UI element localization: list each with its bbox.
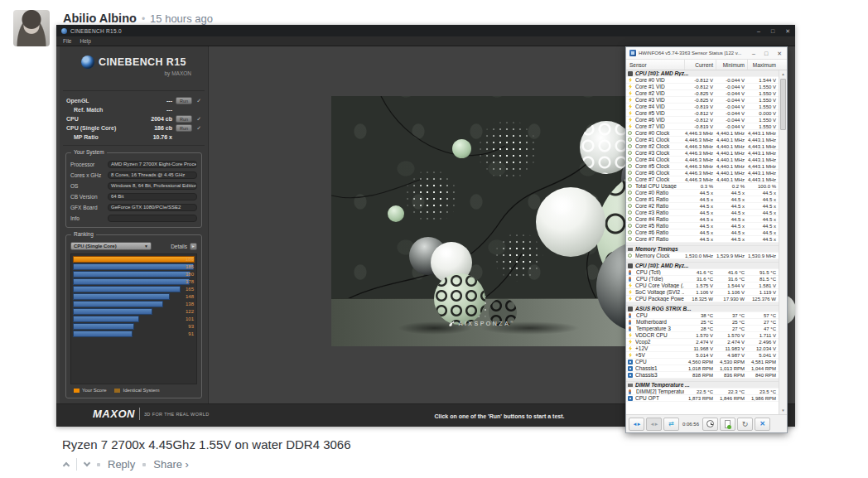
sensor-row-motherboard[interactable]: Motherboard25 °C25 °C27 °C xyxy=(626,319,779,326)
maximize-icon[interactable]: □ xyxy=(764,51,768,56)
scrollbar[interactable]: ▲ ▼ xyxy=(779,70,787,414)
maximize-icon[interactable]: □ xyxy=(771,28,774,34)
sensor-row-core-6-ratio[interactable]: Core #6 Ratio44.5 x44.5 x44.5 x xyxy=(626,229,779,236)
upvote-button[interactable] xyxy=(63,462,70,469)
system-field-cores-x-ghz[interactable]: 8 Cores, 16 Threads @ 4.45 GHz xyxy=(108,171,197,179)
system-field-info[interactable] xyxy=(108,215,197,222)
system-field-os[interactable]: Windows 8, 64 Bit, Professional Edition … xyxy=(108,182,197,190)
sensor-row-chassis3[interactable]: Chassis3838 RPM836 RPM840 RPM xyxy=(626,372,779,379)
sensor-row-total-cpu-usage[interactable]: Total CPU Usage0.3 %0.2 %100.0 % xyxy=(626,183,779,190)
column-sensor[interactable]: Sensor xyxy=(626,60,684,70)
sensor-row-core-1-clock[interactable]: Core #1 Clock4,446.3 MHz4,440.1 MHz4,443… xyxy=(626,137,779,143)
close-icon[interactable]: ✕ xyxy=(785,28,790,34)
sensor-section-asus-rog-strix-b[interactable]: ASUS ROG STRIX B... xyxy=(626,306,779,312)
sensor-row-core-2-clock[interactable]: Core #2 Clock4,446.3 MHz4,440.1 MHz4,443… xyxy=(626,143,779,150)
post-timestamp[interactable]: 15 hours ago xyxy=(150,12,213,25)
sensor-section-memory-timings[interactable]: Memory Timings xyxy=(626,246,779,253)
sensor-row-core-2-ratio[interactable]: Core #2 Ratio44.5 x44.5 x44.5 x xyxy=(626,203,779,210)
sensor-row-vcop2[interactable]: Vcop22.474 V2.474 V2.496 V xyxy=(626,339,779,345)
sensor-row-dimm-2-temperature[interactable]: DIMM[2] Temperature22.5 °C22.3 °C23.5 °C xyxy=(626,389,779,395)
sensor-row-memory-clock[interactable]: Memory Clock1,530.0 MHz1,529.9 MHz1,530.… xyxy=(626,253,779,259)
run-button-opengl[interactable]: Run xyxy=(176,97,192,104)
sensor-row-soc-voltage-svi2[interactable]: SoC Voltage (SVI2 ...1.106 V1.106 V1.119… xyxy=(626,289,779,296)
sensor-row-cpu[interactable]: CPU38 °C37 °C57 °C xyxy=(626,312,779,319)
sensor-row-core-2-vid[interactable]: Core #2 VID-0.825 V-0.044 V1.550 V xyxy=(626,90,779,97)
logging-button[interactable] xyxy=(720,418,735,431)
sensor-row-core-1-vid[interactable]: Core #1 VID-0.812 V-0.044 V1.550 V xyxy=(626,84,779,90)
sensor-row-core-3-vid[interactable]: Core #3 VID-0.825 V-0.044 V1.550 V xyxy=(626,97,779,104)
sensor-row-chassis1[interactable]: Chassis11,018 RPM1,013 RPM1,044 RPM xyxy=(626,365,779,372)
ranking-row[interactable]: 9. 4C/8T @ 2.79 GHz, Intel Core i7-3840Q… xyxy=(73,316,195,322)
minimize-icon[interactable]: – xyxy=(752,51,755,56)
sensor-section-dimm-temperature[interactable]: DIMM Temperature ... xyxy=(626,382,779,389)
sensor-row-core-0-clock[interactable]: Core #0 Clock4,446.3 MHz4,440.1 MHz4,443… xyxy=(626,130,779,137)
sensor-row-core-4-clock[interactable]: Core #4 Clock4,446.3 MHz4,440.1 MHz4,443… xyxy=(626,157,779,163)
ranking-row[interactable]: 8. 4C/8T @ 2.60 GHz, Intel Core i7-3720Q… xyxy=(73,308,195,315)
ranking-row[interactable]: 11. 2C/4T @ 1.70 GHz, Intel Core i5-3317… xyxy=(73,331,195,337)
ranking-row[interactable]: 6. 8C/12T @ 3.30 GHz, Intel Core i7-3930… xyxy=(73,293,195,300)
sensor-section-cpu-0-amd-ryz[interactable]: CPU [#0]: AMD Ryz... xyxy=(626,70,779,77)
sensor-section-cpu-0-amd-ryz[interactable]: CPU [#0]: AMD Ryz... xyxy=(626,263,779,269)
sensor-row-cpu-tdie[interactable]: CPU (Tdie)31.6 °C31.6 °C81.5 °C xyxy=(626,276,779,282)
author-name[interactable]: Abilio Albino xyxy=(63,12,137,25)
downvote-button[interactable] xyxy=(84,460,90,466)
reply-link[interactable]: Reply xyxy=(108,458,135,471)
ranking-row[interactable]: 10. 12C/24T @ 2.66 GHz, Intel Xeon CPU X… xyxy=(73,323,195,330)
sensors-refresh-button[interactable]: ⇄ xyxy=(663,418,679,431)
reset-values-button[interactable]: ↻ xyxy=(737,418,753,431)
sensor-row-core-5-ratio[interactable]: Core #5 Ratio44.5 x44.5 x44.5 x xyxy=(626,223,779,229)
sensor-row-vddcr-cpu[interactable]: VDDCR CPU1.570 V1.570 V1.711 V xyxy=(626,332,779,339)
sensor-row-core-7-ratio[interactable]: Core #7 Ratio44.5 x44.5 x44.5 x xyxy=(626,236,779,243)
run-button-cpu-single-core[interactable]: Run xyxy=(176,124,192,132)
details-button[interactable]: ▸ xyxy=(190,243,197,250)
sensor-row-5v[interactable]: +5V5.014 V4.987 V5.041 V xyxy=(626,352,779,359)
column-minimum[interactable]: Minimum xyxy=(716,60,747,70)
cinebench-titlebar[interactable]: CINEBENCH R15.0 – □ ✕ xyxy=(56,25,795,36)
avatar[interactable] xyxy=(13,10,50,46)
scroll-down-icon[interactable]: ▼ xyxy=(779,407,787,414)
hwinfo-titlebar[interactable]: HWiNFO64 v5.74-3363 Sensor Status [122 v… xyxy=(626,47,787,60)
sensor-row-cpu-tctl[interactable]: CPU (Tctl)41.6 °C41.6 °C91.5 °C xyxy=(626,269,779,276)
menu-item-help[interactable]: Help xyxy=(80,38,90,44)
column-maximum[interactable]: Maximum xyxy=(747,60,779,70)
ranking-row[interactable]: 1. 8C/16T @ 4.45 GHz, AMD Ryzen 7 2700X … xyxy=(73,256,195,263)
scrollbar-thumb[interactable] xyxy=(780,79,786,130)
close-icon[interactable]: ✕ xyxy=(777,51,782,56)
sensor-row-core-7-vid[interactable]: Core #7 VID-0.819 V-0.044 V1.550 V xyxy=(626,123,779,130)
ranking-row[interactable]: 3. 8C/16T @ 4.30 GHz, AMD Ryzen 7 2700X … xyxy=(73,271,195,278)
system-field-gfx-board[interactable]: GeForce GTX 1080/PCIe/SSE2 xyxy=(108,204,197,211)
system-field-processor[interactable]: AMD Ryzen 7 2700X Eight-Core Processor xyxy=(108,161,197,168)
sensor-row-core-3-ratio[interactable]: Core #3 Ratio44.5 x44.5 x44.5 x xyxy=(626,210,779,216)
sensor-row-12v[interactable]: +12V11.968 V11.983 V12.034 V xyxy=(626,345,779,352)
sensor-row-core-5-clock[interactable]: Core #5 Clock4,446.3 MHz4,440.1 MHz4,443… xyxy=(626,163,779,170)
ranking-row[interactable]: 5. 4C/8T @ 4.40 GHz, Intel Core i7-4770K… xyxy=(73,286,195,292)
sensor-row-core-6-clock[interactable]: Core #6 Clock4,446.3 MHz4,440.1 MHz4,443… xyxy=(626,170,779,176)
sensor-row-core-4-ratio[interactable]: Core #4 Ratio44.5 x44.5 x44.5 x xyxy=(626,216,779,223)
ranking-row[interactable]: 4. 8C/16T @ 3.70 GHz, AMD Ryzen 7 2700X … xyxy=(73,278,195,285)
prev-next-arrows-button-disabled[interactable]: ◄► xyxy=(646,418,662,431)
run-button-cpu[interactable]: Run xyxy=(176,115,192,123)
clock-button[interactable] xyxy=(702,418,718,431)
sensor-row-core-7-clock[interactable]: Core #7 Clock4,446.3 MHz4,440.1 MHz4,443… xyxy=(626,176,779,183)
sensor-row-core-4-vid[interactable]: Core #4 VID-0.819 V-0.044 V1.550 V xyxy=(626,104,779,110)
minimize-icon[interactable]: – xyxy=(757,28,760,34)
sensor-row-core-3-clock[interactable]: Core #3 Clock4,446.3 MHz4,440.1 MHz4,443… xyxy=(626,150,779,157)
sensor-row-cpu[interactable]: CPU4,560 RPM4,530 RPM4,581 RPM xyxy=(626,359,779,365)
ranking-dropdown[interactable]: CPU (Single Core) ▼ xyxy=(70,242,152,250)
sensor-row-core-0-vid[interactable]: Core #0 VID-0.812 V-0.044 V1.544 V xyxy=(626,77,779,84)
menu-item-file[interactable]: File xyxy=(63,38,71,44)
sensor-row-core-6-vid[interactable]: Core #6 VID-0.812 V-0.044 V1.550 V xyxy=(626,117,779,123)
sensor-row-cpu-package-powe[interactable]: CPU Package Powe...18.325 W17.930 W125.3… xyxy=(626,296,779,302)
sensor-row-core-1-ratio[interactable]: Core #1 Ratio44.5 x44.5 x44.5 x xyxy=(626,196,779,203)
ranking-row[interactable]: 2. 8C/16T @ 4.42 GHz, AMD Ryzen 7 2700X … xyxy=(73,263,195,270)
sensor-row-core-5-vid[interactable]: Core #5 VID-0.812 V-0.044 V0.000 V xyxy=(626,110,779,117)
sensor-row-cpu-opt[interactable]: CPU OPT1,873 RPM1,846 RPM1,986 RPM xyxy=(626,395,779,402)
sensor-row-cpu-core-voltage[interactable]: CPU Core Voltage (...1.575 V1.544 V1.581… xyxy=(626,282,779,289)
system-field-cb-version[interactable]: 64 Bit xyxy=(108,193,197,200)
share-link[interactable]: Share › xyxy=(153,458,189,471)
column-current[interactable]: Current xyxy=(684,60,716,70)
prev-next-arrows-button[interactable]: ◄► xyxy=(629,418,644,431)
sensor-row-temperature-3[interactable]: Temperature 328 °C27 °C47 °C xyxy=(626,326,779,332)
close-sensors-button[interactable]: ✕ xyxy=(755,418,770,431)
ranking-row[interactable]: 7. 4C/8T @ 3.40 GHz, Intel Core i7-3770 … xyxy=(73,301,195,307)
